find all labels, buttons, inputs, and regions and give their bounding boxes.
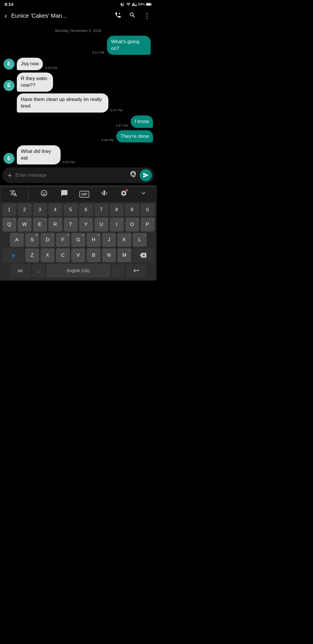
status-bar: 8:14 89% xyxy=(0,0,156,8)
message-time: 6:46 PM xyxy=(45,66,57,70)
key-m[interactable]: ?M xyxy=(117,248,131,262)
key-i[interactable]: >I xyxy=(110,218,124,231)
key-l[interactable]: )L xyxy=(133,233,147,247)
date-divider: Monday, November 5, 2018 xyxy=(3,28,153,33)
gif-button[interactable]: GIF xyxy=(79,191,89,198)
key-1[interactable]: 1 xyxy=(2,203,16,216)
more-options-button[interactable]: ⋮ xyxy=(141,11,153,21)
message-input[interactable] xyxy=(15,173,127,178)
key-4[interactable]: 4 xyxy=(48,203,62,216)
message-bubble: I know xyxy=(131,115,153,128)
key-f[interactable]: $F xyxy=(56,233,70,247)
shift-button[interactable] xyxy=(3,248,24,262)
keyboard-zxcv-row: -Z "X 'C :V ;B !N ?M xyxy=(1,248,156,262)
message-text: Jsq now xyxy=(21,61,39,66)
sticker-button[interactable] xyxy=(129,170,137,180)
key-n[interactable]: !N xyxy=(102,248,116,262)
signal-icon xyxy=(132,2,137,7)
message-row: E R they eatin now?? xyxy=(3,73,153,92)
call-button[interactable] xyxy=(112,10,124,21)
key-b[interactable]: ;B xyxy=(87,248,101,262)
key-h[interactable]: &H xyxy=(87,233,101,247)
key-g[interactable]: %G xyxy=(71,233,85,247)
key-u[interactable]: <U xyxy=(94,218,108,231)
emoji-icon[interactable] xyxy=(39,188,49,200)
battery-percent: 89% xyxy=(138,2,145,6)
search-button[interactable] xyxy=(127,10,138,21)
svg-rect-2 xyxy=(146,3,150,5)
key-w[interactable]: ×W xyxy=(18,218,32,231)
key-6[interactable]: 6 xyxy=(79,203,93,216)
key-k[interactable]: (K xyxy=(117,233,131,247)
key-7[interactable]: 7 xyxy=(94,203,108,216)
key-q[interactable]: +Q xyxy=(2,218,16,231)
key-z[interactable]: -Z xyxy=(25,248,39,262)
symbols-button[interactable]: !#1 xyxy=(10,264,31,278)
key-e[interactable]: ÷E xyxy=(33,218,47,231)
key-t[interactable]: /T xyxy=(64,218,78,231)
translate-icon[interactable] xyxy=(8,188,18,200)
backspace-button[interactable] xyxy=(133,248,154,262)
key-j[interactable]: *J xyxy=(102,233,116,247)
message-bubble: Have them clean up already im really tir… xyxy=(17,93,108,113)
comma-key[interactable]: , xyxy=(32,264,45,278)
message-text: What's going on? xyxy=(111,39,139,51)
message-time: 6:21 PM xyxy=(92,51,104,54)
chat-title: Eunice 'Cakes' Man... xyxy=(11,12,109,19)
message-bubble: What did they eat xyxy=(17,145,61,164)
mute-icon xyxy=(120,2,125,7)
enter-button[interactable] xyxy=(126,264,147,278)
message-row: E What did they eat 6:50 PM xyxy=(3,145,153,164)
message-row: 6:47 PM I know xyxy=(3,115,153,128)
space-key[interactable]: English (US) xyxy=(46,264,110,278)
key-d[interactable]: #D xyxy=(41,233,54,247)
key-c[interactable]: 'C xyxy=(56,248,70,262)
status-time: 8:14 xyxy=(5,2,13,7)
avatar: E xyxy=(3,59,14,70)
back-button[interactable]: ‹ xyxy=(3,10,8,21)
period-key[interactable]: . xyxy=(112,264,124,278)
key-3[interactable]: 3 xyxy=(33,203,47,216)
keyboard-toolbar: GIF xyxy=(1,187,156,202)
sticker-keyboard-icon[interactable] xyxy=(59,188,69,200)
battery-icon xyxy=(146,3,152,6)
message-text: I know xyxy=(135,119,149,124)
key-0[interactable]: 0 xyxy=(141,203,154,216)
key-r[interactable]: =R xyxy=(48,218,62,231)
message-row: E Jsq now 6:46 PM xyxy=(3,58,153,70)
message-bubble: R they eatin now?? xyxy=(17,73,53,92)
keyboard-qwerty-row: +Q ×W ÷E =R /T _Y <U >I [O ]P xyxy=(1,218,156,231)
status-icons: 89% xyxy=(120,2,152,7)
message-time: 6:48 PM xyxy=(101,138,113,142)
key-a[interactable]: !A xyxy=(10,233,24,247)
key-y[interactable]: _Y xyxy=(79,218,93,231)
key-s[interactable]: @S xyxy=(25,233,39,247)
key-2[interactable]: 2 xyxy=(18,203,32,216)
key-o[interactable]: [O xyxy=(125,218,139,231)
keyboard-settings-icon[interactable] xyxy=(119,189,128,200)
message-text: What did they eat xyxy=(21,149,51,161)
key-x[interactable]: "X xyxy=(41,248,54,262)
key-9[interactable]: 9 xyxy=(125,203,139,216)
message-row: 6:48 PM They're done xyxy=(3,130,153,143)
keyboard-bottom-row: !#1 , English (US) . xyxy=(1,264,156,278)
key-5[interactable]: 5 xyxy=(64,203,78,216)
send-button[interactable] xyxy=(140,169,152,181)
message-text: R they eatin now?? xyxy=(21,76,47,88)
message-text: They're done xyxy=(120,133,149,139)
message-time: 6:47 PM xyxy=(116,124,128,127)
avatar: E xyxy=(3,80,14,91)
message-row: Have them clean up already im really tir… xyxy=(3,93,153,113)
keyboard-hide-icon[interactable] xyxy=(139,189,148,200)
wifi-icon xyxy=(126,2,131,7)
attach-button[interactable]: + xyxy=(6,171,13,180)
message-row: 6:21 PM What's going on? xyxy=(3,36,153,55)
toolbar: ‹ Eunice 'Cakes' Man... ⋮ xyxy=(0,8,156,24)
avatar: E xyxy=(3,153,14,164)
mic-icon[interactable] xyxy=(100,189,109,200)
chat-area: Monday, November 5, 2018 6:21 PM What's … xyxy=(0,28,156,164)
key-8[interactable]: 8 xyxy=(110,203,124,216)
key-v[interactable]: :V xyxy=(71,248,85,262)
key-p[interactable]: ]P xyxy=(141,218,154,231)
message-time: 6:47 PM xyxy=(111,108,123,112)
